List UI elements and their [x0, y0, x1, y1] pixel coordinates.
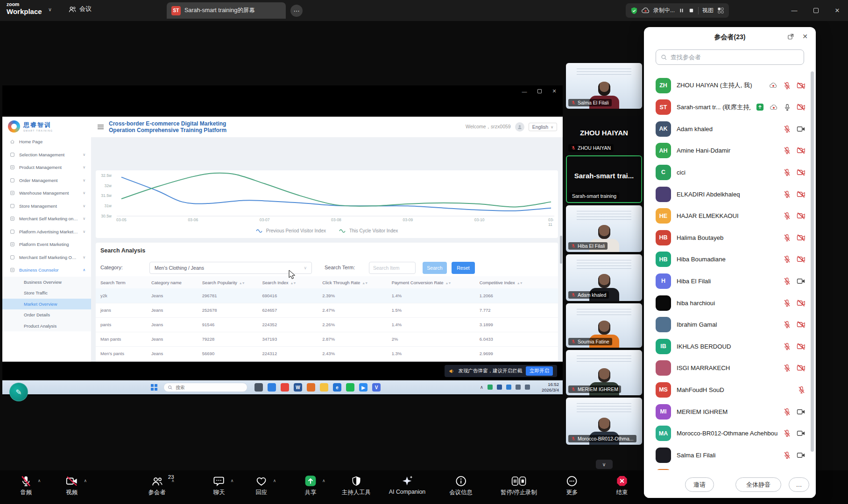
chevron-up-icon[interactable]: ∧ — [480, 385, 483, 390]
taskbar-search[interactable] — [163, 383, 247, 392]
toolbar-end-button[interactable]: 结束 — [616, 475, 628, 497]
close-icon[interactable]: ✕ — [827, 0, 848, 21]
security-shield-icon[interactable] — [630, 7, 638, 14]
video-tile-morocco-br012-othma-[interactable]: Morocco-BR012-Othma... — [566, 398, 642, 445]
close-panel-icon[interactable]: ✕ — [802, 33, 808, 40]
annotate-pencil-button[interactable]: ✎ — [9, 383, 28, 401]
list-item-isgi-marrakech[interactable]: ISGI MARRAKECH — [644, 357, 816, 379]
toolbar-share-button[interactable]: ∧共享 — [305, 475, 317, 497]
legend-item[interactable]: This Cycle Visitor Index — [339, 228, 398, 233]
toolbar-reactions-button[interactable]: ∧回应 — [256, 475, 268, 497]
sidebar-item-selection-management[interactable]: Selection Management∨ — [2, 148, 91, 161]
list-item-hiba-el-filali[interactable]: HHiba El Filali — [644, 270, 816, 292]
app-scrollbar[interactable] — [560, 236, 562, 264]
view-label[interactable]: 视图 — [702, 7, 714, 14]
toolbar-meeting-info-button[interactable]: 会议信息 — [449, 475, 473, 497]
taskbar-search-input[interactable] — [176, 385, 232, 390]
list-item-cici[interactable]: Ccici — [644, 161, 816, 183]
list-item-sarah-smart-tr-[interactable]: STSarah-smart tr... (联席主持人) — [644, 97, 816, 118]
column-header-click-through-rate[interactable]: Click Through Rate▲▼ — [318, 276, 387, 288]
chevron-up-icon[interactable]: ∧ — [84, 478, 87, 483]
maximize-icon[interactable] — [805, 0, 827, 21]
sidebar-subitem-market-overview[interactable]: Market Overview — [2, 299, 91, 310]
media-icon[interactable] — [346, 383, 354, 392]
user-avatar[interactable] — [515, 122, 524, 132]
taskbar-clock[interactable]: 16:52 2026/3/4 — [542, 382, 559, 393]
tab-options-icon[interactable]: ⋯ — [290, 5, 303, 17]
column-header-competitive-index[interactable]: Competitive Index▲▼ — [475, 276, 558, 288]
video-tile-meriem-ighrem[interactable]: MERIEM IGHREM — [566, 350, 642, 395]
toolbar-host-tools-button[interactable]: 主持人工具 — [342, 475, 371, 497]
app-v-icon[interactable]: V — [372, 383, 381, 392]
list-item-salma-el-filali[interactable]: Salma El Filali — [644, 444, 816, 466]
popup-enable-button[interactable]: 立即开启 — [526, 366, 553, 376]
shared-maximize-icon[interactable] — [535, 89, 544, 94]
more-videos-button[interactable]: ∨ — [596, 460, 613, 469]
minimize-icon[interactable]: — — [784, 0, 805, 21]
sidebar-item-business-counselor[interactable]: Business Counselor∧ — [2, 264, 91, 277]
list-item-partial[interactable] — [644, 466, 816, 470]
list-item-ibrahim-gamal[interactable]: Ibrahim Gamal — [644, 314, 816, 336]
list-item-mahfoudh-soud[interactable]: MSMahFoudH SouD — [644, 379, 816, 400]
sidebar-item-product-management[interactable]: Product Management∨ — [2, 161, 91, 174]
toolbar-chat-button[interactable]: ∧聊天 — [213, 475, 225, 497]
sidebar-item-platform-event-marketing[interactable]: Platform Event Marketing — [2, 238, 91, 251]
invite-button[interactable]: 邀请 — [685, 477, 714, 492]
list-item-zhou-haiyan-[interactable]: ZHZHOU HAIYAN (主持人, 我) — [644, 75, 816, 96]
table-row[interactable]: Man pantsJeans792283471932.87%2%6.0433 — [96, 332, 558, 346]
list-item-amine-hani-ddamir[interactable]: AHAmine Hani-Ddamir — [644, 140, 816, 161]
chevron-up-icon[interactable]: ∧ — [171, 478, 175, 483]
toolbar-video-button[interactable]: ∧视频 — [66, 475, 78, 497]
list-item-hiba-boumadiane[interactable]: HBHiba Boumadiane — [644, 249, 816, 270]
list-item-adam-khaled[interactable]: AKAdam khaled — [644, 118, 816, 140]
column-header-search-popularity[interactable]: Search Popularity▲▼ — [198, 276, 258, 288]
panel-scrollbar[interactable] — [811, 71, 814, 452]
stop-recording-icon[interactable] — [688, 7, 694, 14]
video-tile-soumia-fatine[interactable]: Soumia Fatine — [566, 303, 642, 348]
toolbar-ai-companion-button[interactable]: AI Companion — [389, 475, 426, 495]
sort-caret-icon[interactable]: ▲▼ — [362, 281, 367, 285]
list-item-ikhlas-berdoud[interactable]: IBIKHLAS BERDOUD — [644, 336, 816, 357]
sidebar-item-order-management[interactable]: Order Management∨ — [2, 174, 91, 187]
list-item-meriem-ighrem[interactable]: MIMERIEM IGHREM — [644, 401, 816, 422]
network-icon[interactable] — [525, 385, 530, 390]
list-item-hiba-harchioui[interactable]: hiba harchioui — [644, 292, 816, 314]
chrome-icon[interactable] — [281, 383, 289, 392]
player-icon[interactable]: ▶ — [359, 383, 367, 392]
sort-caret-icon[interactable]: ▲▼ — [445, 281, 451, 285]
edge-icon[interactable]: e — [333, 383, 341, 392]
search-term-input[interactable] — [369, 262, 416, 274]
popout-icon[interactable] — [787, 33, 794, 40]
sidebar-item-platform-advertising-marketing[interactable]: Platform Advertising Marketing∨ — [2, 225, 91, 238]
sidebar-item-merchant-self-marketing-outs-[interactable]: Merchant Self Marketing Outs...∨ — [2, 251, 91, 264]
toolbar-audio-button[interactable]: ∧音频 — [21, 475, 32, 497]
language-select[interactable]: English∨ — [529, 123, 557, 131]
view-layout-icon[interactable] — [717, 7, 724, 14]
video-tile-sarah-smart-training[interactable]: Sarah-smart trai...Sarah-smart training — [566, 155, 642, 203]
chevron-down-icon[interactable]: ∨ — [48, 7, 52, 13]
sidebar-item-warehouse-management[interactable]: Warehouse Management∨ — [2, 187, 91, 200]
tab-screen-share[interactable]: ST Sarah-smart training的屏幕 — [167, 2, 286, 19]
column-header-payment-conversion-rate[interactable]: Payment Conversion Rate▲▼ — [387, 276, 475, 288]
hamburger-icon[interactable] — [98, 125, 104, 131]
search-button[interactable]: Search — [423, 262, 447, 274]
list-item-elkadiri-abdelkhaleq[interactable]: ELKADIRI Abdelkhaleq — [644, 183, 816, 205]
legend-item[interactable]: Previous Period Visitor Index — [256, 228, 326, 233]
video-tile-adam-khaled[interactable]: Adam khaled — [566, 254, 642, 301]
tab-meeting[interactable]: 会议 — [68, 5, 92, 13]
video-tile-salma-el-filali[interactable]: Salma El Filali — [566, 63, 642, 109]
windows-start-icon[interactable] — [151, 384, 157, 391]
photos-icon[interactable] — [268, 383, 276, 392]
toolbar-more-button[interactable]: 更多 — [566, 475, 578, 497]
folder-icon[interactable] — [320, 383, 328, 392]
toolbar-participants-button[interactable]: 23∧参会者 — [148, 475, 165, 497]
video-tile-zhou-haiyan[interactable]: ZHOU HAIYANZHOU HAIYAN — [566, 116, 642, 154]
system-icon[interactable] — [254, 383, 263, 392]
list-item-halima-boutayeb[interactable]: HBHalima Boutayeb — [644, 227, 816, 248]
mute-all-button[interactable]: 全体静音 — [735, 477, 781, 492]
video-tile-hiba-el-filali[interactable]: Hiba El Filali — [566, 205, 642, 252]
word-icon[interactable]: W — [294, 383, 302, 392]
chevron-up-icon[interactable]: ∧ — [231, 478, 234, 483]
table-row[interactable]: y2kJeans2967816904162.39%1.4%1.2066 — [96, 288, 558, 303]
shared-close-icon[interactable]: ✕ — [550, 88, 559, 94]
